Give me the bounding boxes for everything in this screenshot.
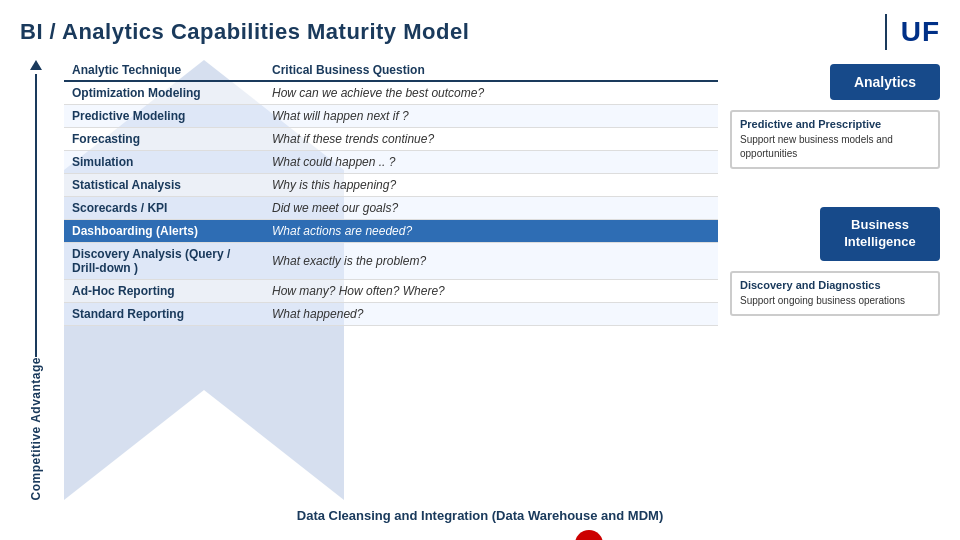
table-row: Predictive ModelingWhat will happen next…: [64, 105, 718, 128]
footer-bottom-row: © Mc.Knight Consulting Group January 201…: [20, 530, 940, 540]
header: BI / Analytics Capabilities Maturity Mod…: [20, 14, 940, 50]
discovery-title: Discovery and Diagnostics: [740, 279, 930, 291]
col2-header: Critical Business Question: [264, 60, 718, 81]
question-cell: Why is this happening?: [264, 174, 718, 197]
logo-area: UF: [885, 14, 940, 50]
question-cell: What will happen next if ?: [264, 105, 718, 128]
arrow-up-icon: [30, 60, 42, 70]
bi-box-wrapper: Business Intelligence: [730, 207, 940, 261]
page: BI / Analytics Capabilities Maturity Mod…: [0, 0, 960, 540]
footer: Data Cleansing and Integration (Data War…: [20, 508, 940, 540]
table-row: Scorecards / KPIDid we meet our goals?: [64, 197, 718, 220]
question-cell: How many? How often? Where?: [264, 280, 718, 303]
table-body: Optimization ModelingHow can we achieve …: [64, 81, 718, 326]
question-cell: What happened?: [264, 303, 718, 326]
predictive-title: Predictive and Prescriptive: [740, 118, 930, 130]
table-row: Statistical AnalysisWhy is this happenin…: [64, 174, 718, 197]
footer-row: Data Cleansing and Integration (Data War…: [20, 508, 940, 526]
question-cell: Did we meet our goals?: [264, 197, 718, 220]
capability-table: Analytic Technique Critical Business Que…: [64, 60, 718, 326]
question-cell: How can we achieve the best outcome?: [264, 81, 718, 105]
col1-header: Analytic Technique: [64, 60, 264, 81]
discovery-text: Support ongoing business operations: [740, 294, 930, 308]
table-row: Dashboarding (Alerts)What actions are ne…: [64, 220, 718, 243]
discovery-section: Discovery and Diagnostics Support ongoin…: [730, 269, 940, 316]
table-area: Analytic Technique Critical Business Que…: [64, 60, 718, 500]
question-cell: What if these trends continue?: [264, 128, 718, 151]
technique-cell: Scorecards / KPI: [64, 197, 264, 220]
mcg-logo: MCG: [575, 530, 603, 540]
analytics-box: Analytics: [830, 64, 940, 100]
technique-cell: Optimization Modeling: [64, 81, 264, 105]
table-row: Standard ReportingWhat happened?: [64, 303, 718, 326]
discovery-box: Discovery and Diagnostics Support ongoin…: [730, 271, 940, 316]
technique-cell: Forecasting: [64, 128, 264, 151]
technique-cell: Statistical Analysis: [64, 174, 264, 197]
predictive-box: Predictive and Prescriptive Support new …: [730, 110, 940, 169]
technique-cell: Discovery Analysis (Query / Drill-down ): [64, 243, 264, 280]
main-content: Competitive Advantage Analytic Technique…: [20, 60, 940, 500]
technique-cell: Predictive Modeling: [64, 105, 264, 128]
technique-cell: Simulation: [64, 151, 264, 174]
mcg-icon: MCG: [575, 530, 603, 540]
logo-divider: [885, 14, 887, 50]
technique-cell: Ad-Hoc Reporting: [64, 280, 264, 303]
right-panel: Analytics Predictive and Prescriptive Su…: [730, 60, 940, 500]
left-axis: Competitive Advantage: [20, 60, 52, 500]
axis-line: [35, 74, 37, 357]
axis-label: Competitive Advantage: [29, 357, 43, 500]
footer-main-text: Data Cleansing and Integration (Data War…: [297, 508, 663, 523]
question-cell: What could happen .. ?: [264, 151, 718, 174]
table-row: Ad-Hoc ReportingHow many? How often? Whe…: [64, 280, 718, 303]
predictive-section: Predictive and Prescriptive Support new …: [730, 108, 940, 169]
technique-cell: Standard Reporting: [64, 303, 264, 326]
table-header-row: Analytic Technique Critical Business Que…: [64, 60, 718, 81]
uf-logo: UF: [901, 16, 940, 48]
table-row: SimulationWhat could happen .. ?: [64, 151, 718, 174]
table-row: Discovery Analysis (Query / Drill-down )…: [64, 243, 718, 280]
predictive-text: Support new business models and opportun…: [740, 133, 930, 161]
page-title: BI / Analytics Capabilities Maturity Mod…: [20, 19, 469, 45]
table-row: Optimization ModelingHow can we achieve …: [64, 81, 718, 105]
bi-box: Business Intelligence: [820, 207, 940, 261]
table-wrapper: Analytic Technique Critical Business Que…: [64, 60, 718, 326]
table-row: ForecastingWhat if these trends continue…: [64, 128, 718, 151]
analytics-box-wrapper: Analytics: [730, 64, 940, 100]
question-cell: What actions are needed?: [264, 220, 718, 243]
question-cell: What exactly is the problem?: [264, 243, 718, 280]
technique-cell: Dashboarding (Alerts): [64, 220, 264, 243]
